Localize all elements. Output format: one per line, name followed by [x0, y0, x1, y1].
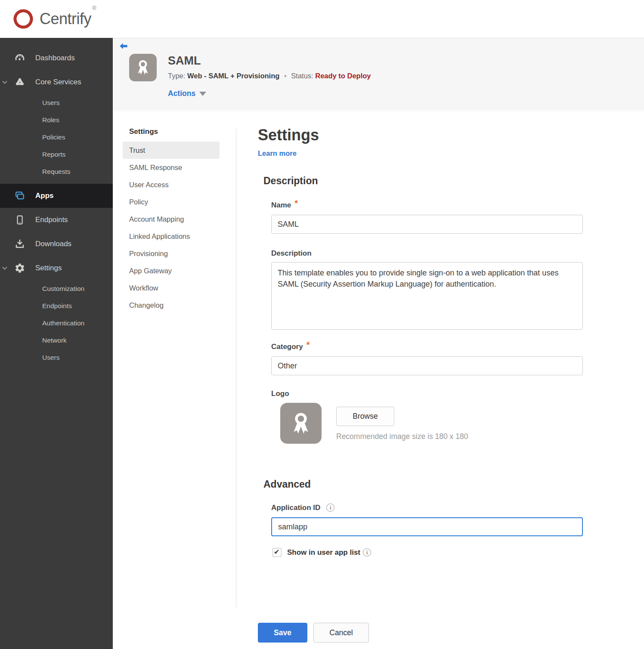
sidebar-item-settings-endpoints[interactable]: Endpoints	[0, 297, 113, 315]
save-button[interactable]: Save	[258, 623, 307, 643]
centrify-swirl-icon	[12, 8, 34, 30]
description-label: Description	[271, 249, 312, 258]
registered-mark: ®	[92, 5, 96, 11]
settings-subnav: Settings Trust SAML Response User Access…	[113, 108, 236, 643]
gear-icon	[14, 263, 25, 274]
description-section-heading: Description	[263, 175, 644, 187]
app-icon-tile	[129, 54, 157, 81]
sidebar-item-settings-users[interactable]: Users	[0, 349, 113, 366]
subnav-item-changelog[interactable]: Changelog	[123, 297, 220, 314]
status-badge: Ready to Deploy	[315, 72, 371, 80]
device-icon	[14, 214, 25, 226]
sidebar: Dashboards Core Services Users Roles Pol…	[0, 38, 113, 649]
app-title: SAML	[168, 54, 371, 68]
actions-menu[interactable]: Actions	[168, 89, 206, 98]
name-label: Name	[271, 201, 291, 210]
chevron-down-icon[interactable]	[1, 79, 8, 86]
sidebar-item-policies[interactable]: Policies	[0, 129, 113, 146]
award-ribbon-icon	[133, 58, 153, 77]
application-id-label: Application ID	[271, 504, 320, 512]
sidebar-item-label: Downloads	[35, 240, 71, 248]
centrify-logo: Centrify®	[12, 8, 96, 30]
sidebar-item-label: Core Services	[35, 78, 81, 87]
subnav-item-policy[interactable]: Policy	[123, 193, 220, 210]
subnav-item-provisioning[interactable]: Provisioning	[123, 245, 220, 262]
sidebar-item-dashboards[interactable]: Dashboards	[0, 46, 113, 70]
app-logo-preview	[280, 403, 322, 444]
sidebar-item-label: Settings	[35, 264, 62, 272]
advanced-section-heading: Advanced	[263, 479, 644, 490]
sidebar-item-label: Endpoints	[35, 216, 68, 224]
brand-name: Centrify	[40, 10, 91, 28]
info-icon[interactable]	[363, 548, 371, 556]
sidebar-item-authentication[interactable]: Authentication	[0, 315, 113, 332]
sidebar-item-requests[interactable]: Requests	[0, 163, 113, 180]
page-title: Settings	[258, 126, 644, 144]
logo-label: Logo	[271, 389, 289, 398]
subnav-item-trust[interactable]: Trust	[123, 142, 220, 159]
sidebar-item-reports[interactable]: Reports	[0, 146, 113, 163]
core-services-icon	[14, 77, 25, 88]
sidebar-item-core-services[interactable]: Core Services	[0, 70, 113, 94]
sidebar-item-roles[interactable]: Roles	[0, 111, 113, 129]
sidebar-item-label: Apps	[35, 192, 54, 200]
app-header: SAML Type: Web - SAML + Provisioning • S…	[113, 38, 644, 108]
required-asterisk: *	[307, 342, 310, 348]
show-in-user-app-list-checkbox[interactable]	[272, 548, 282, 557]
award-ribbon-icon	[287, 409, 315, 438]
category-field[interactable]	[271, 356, 583, 375]
back-button[interactable]	[119, 42, 128, 51]
gauge-icon	[14, 53, 25, 64]
application-id-field[interactable]	[271, 517, 583, 536]
category-label: Category	[271, 343, 303, 351]
learn-more-link[interactable]: Learn more	[258, 149, 297, 158]
sidebar-item-customization[interactable]: Customization	[0, 280, 113, 297]
sidebar-item-endpoints[interactable]: Endpoints	[0, 208, 113, 232]
settings-submenu: Customization Endpoints Authentication N…	[0, 280, 113, 366]
caret-down-icon	[199, 92, 206, 96]
vertical-divider	[236, 129, 236, 607]
dot-separator: •	[284, 72, 287, 80]
show-in-user-app-list-label: Show in user app list	[287, 548, 360, 557]
sidebar-item-label: Dashboards	[35, 54, 75, 62]
sidebar-item-core-users[interactable]: Users	[0, 94, 113, 111]
app-meta: Type: Web - SAML + Provisioning • Status…	[168, 72, 371, 80]
chevron-down-icon[interactable]	[1, 265, 8, 272]
cancel-button[interactable]: Cancel	[313, 623, 369, 643]
settings-form: Settings Learn more Description Name * D…	[236, 108, 644, 643]
logo-size-hint: Recommended image size is 180 x 180	[336, 432, 468, 441]
required-asterisk: *	[294, 200, 298, 206]
download-icon	[14, 238, 25, 250]
sidebar-item-downloads[interactable]: Downloads	[0, 232, 113, 256]
core-services-submenu: Users Roles Policies Reports Requests	[0, 94, 113, 180]
sidebar-item-apps[interactable]: Apps	[0, 184, 113, 208]
subnav-title: Settings	[123, 127, 236, 136]
browse-button[interactable]: Browse	[336, 407, 394, 426]
info-icon[interactable]	[326, 504, 334, 512]
subnav-item-account-mapping[interactable]: Account Mapping	[123, 210, 220, 228]
name-field[interactable]	[271, 215, 583, 234]
subnav-item-workflow[interactable]: Workflow	[123, 279, 220, 297]
type-value: Web - SAML + Provisioning	[187, 72, 279, 80]
status-label: Status:	[291, 72, 313, 80]
apps-icon	[14, 190, 25, 201]
actions-label: Actions	[168, 89, 195, 98]
subnav-item-user-access[interactable]: User Access	[123, 176, 220, 193]
type-label: Type:	[168, 72, 185, 80]
topbar: Centrify®	[0, 0, 644, 38]
sidebar-item-settings[interactable]: Settings	[0, 256, 113, 280]
subnav-item-app-gateway[interactable]: App Gateway	[123, 262, 220, 279]
description-field[interactable]: This template enables you to provide sin…	[271, 262, 583, 330]
main-content: SAML Type: Web - SAML + Provisioning • S…	[113, 38, 644, 643]
sidebar-item-network[interactable]: Network	[0, 332, 113, 349]
subnav-item-saml-response[interactable]: SAML Response	[123, 159, 220, 176]
subnav-item-linked-applications[interactable]: Linked Applications	[123, 228, 220, 245]
